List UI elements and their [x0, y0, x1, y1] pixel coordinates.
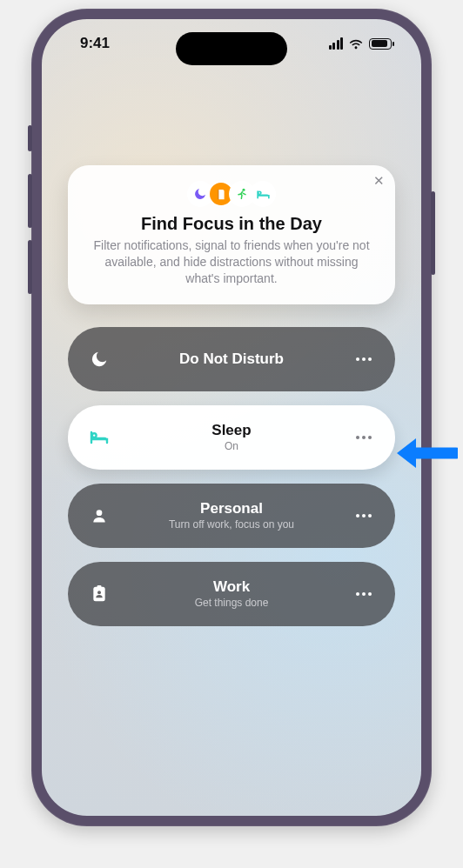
badge-icon: [87, 584, 111, 604]
cellular-signal-icon: [329, 37, 344, 50]
wifi-icon: [348, 38, 364, 50]
focus-row-subtitle: On: [111, 440, 352, 452]
focus-sleep[interactable]: Sleep On: [68, 405, 395, 470]
person-icon: [87, 507, 111, 524]
phone-frame: 9:41 ✕: [31, 9, 432, 826]
status-bar: 9:41: [42, 19, 421, 68]
screen: 9:41 ✕: [42, 19, 421, 816]
focus-personal[interactable]: Personal Turn off work, focus on you: [68, 484, 395, 548]
svg-point-2: [97, 510, 103, 516]
more-icon[interactable]: [352, 514, 376, 517]
intro-title: Find Focus in the Day: [84, 214, 379, 234]
svg-point-1: [242, 189, 245, 191]
more-icon[interactable]: [352, 436, 376, 439]
moon-icon: [87, 350, 111, 369]
status-icons: [329, 37, 393, 50]
close-icon[interactable]: ✕: [373, 174, 385, 187]
focus-row-title: Work: [111, 578, 352, 596]
svg-point-5: [97, 591, 101, 594]
svg-rect-0: [218, 189, 218, 198]
mute-switch: [28, 125, 32, 151]
intro-icon-row: [84, 181, 379, 207]
intro-card: ✕ Find Focus in the Day Fi: [68, 165, 395, 304]
battery-icon: [369, 38, 392, 50]
more-icon[interactable]: [352, 357, 376, 361]
volume-down-button: [28, 240, 32, 294]
side-button: [431, 191, 435, 275]
bed-icon: [87, 427, 111, 448]
focus-do-not-disturb[interactable]: Do Not Disturb: [68, 327, 395, 391]
bed-chip-icon: [250, 181, 276, 207]
callout-arrow-icon: [395, 435, 458, 471]
focus-row-subtitle: Turn off work, focus on you: [111, 518, 352, 531]
focus-row-title: Personal: [111, 500, 352, 517]
focus-row-title: Do Not Disturb: [111, 351, 352, 368]
svg-rect-4: [97, 585, 102, 588]
focus-work[interactable]: Work Get things done: [68, 562, 395, 626]
focus-row-subtitle: Get things done: [111, 597, 352, 609]
focus-list: Do Not Disturb Sleep On: [68, 327, 395, 626]
intro-body: Filter notifications, signal to friends …: [84, 237, 379, 287]
status-time: 9:41: [80, 35, 110, 52]
focus-row-title: Sleep: [111, 422, 352, 439]
focus-panel: ✕ Find Focus in the Day Fi: [42, 165, 421, 626]
volume-up-button: [28, 174, 32, 228]
more-icon[interactable]: [352, 592, 376, 596]
